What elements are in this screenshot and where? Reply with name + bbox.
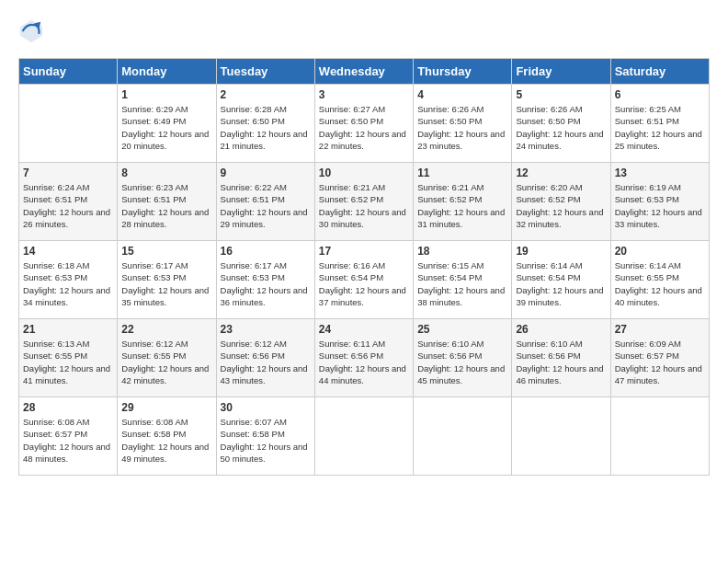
calendar-week-row: 1Sunrise: 6:29 AMSunset: 6:49 PMDaylight… — [19, 85, 710, 163]
calendar-cell: 16Sunrise: 6:17 AMSunset: 6:53 PMDayligh… — [216, 241, 314, 319]
day-number: 14 — [23, 245, 113, 258]
calendar-cell: 30Sunrise: 6:07 AMSunset: 6:58 PMDayligh… — [216, 397, 314, 476]
logo — [18, 18, 48, 44]
day-info: Sunrise: 6:08 AMSunset: 6:57 PMDaylight:… — [23, 416, 113, 465]
day-number: 18 — [417, 245, 507, 258]
calendar-week-row: 21Sunrise: 6:13 AMSunset: 6:55 PMDayligh… — [19, 319, 710, 397]
day-number: 3 — [319, 88, 409, 101]
calendar-cell: 7Sunrise: 6:24 AMSunset: 6:51 PMDaylight… — [19, 163, 118, 241]
calendar-week-row: 14Sunrise: 6:18 AMSunset: 6:53 PMDayligh… — [19, 241, 710, 319]
header-sunday: Sunday — [19, 59, 118, 85]
day-info: Sunrise: 6:24 AMSunset: 6:51 PMDaylight:… — [23, 181, 113, 230]
day-info: Sunrise: 6:21 AMSunset: 6:52 PMDaylight:… — [417, 181, 507, 230]
day-info: Sunrise: 6:25 AMSunset: 6:51 PMDaylight:… — [615, 103, 705, 152]
day-number: 17 — [319, 245, 409, 258]
day-info: Sunrise: 6:18 AMSunset: 6:53 PMDaylight:… — [23, 259, 113, 308]
calendar-cell: 26Sunrise: 6:10 AMSunset: 6:56 PMDayligh… — [512, 319, 610, 397]
day-info: Sunrise: 6:12 AMSunset: 6:56 PMDaylight:… — [221, 338, 311, 386]
header-thursday: Thursday — [414, 59, 512, 85]
day-number: 9 — [221, 167, 311, 179]
calendar-cell: 23Sunrise: 6:12 AMSunset: 6:56 PMDayligh… — [216, 319, 314, 397]
day-info: Sunrise: 6:21 AMSunset: 6:52 PMDaylight:… — [319, 181, 409, 230]
calendar-cell — [414, 397, 512, 476]
calendar-cell: 20Sunrise: 6:14 AMSunset: 6:55 PMDayligh… — [610, 241, 709, 319]
day-number: 22 — [121, 323, 211, 336]
day-number: 30 — [221, 401, 311, 414]
calendar-cell: 10Sunrise: 6:21 AMSunset: 6:52 PMDayligh… — [314, 163, 413, 241]
day-number: 13 — [615, 167, 705, 179]
day-info: Sunrise: 6:29 AMSunset: 6:49 PMDaylight:… — [121, 103, 211, 152]
header-tuesday: Tuesday — [216, 59, 314, 85]
calendar-week-row: 28Sunrise: 6:08 AMSunset: 6:57 PMDayligh… — [19, 397, 710, 476]
day-number: 6 — [615, 88, 705, 101]
day-info: Sunrise: 6:09 AMSunset: 6:57 PMDaylight:… — [615, 338, 705, 386]
calendar-cell: 11Sunrise: 6:21 AMSunset: 6:52 PMDayligh… — [414, 163, 512, 241]
day-info: Sunrise: 6:10 AMSunset: 6:56 PMDaylight:… — [417, 338, 507, 386]
day-info: Sunrise: 6:28 AMSunset: 6:50 PMDaylight:… — [221, 103, 311, 152]
day-info: Sunrise: 6:07 AMSunset: 6:58 PMDaylight:… — [221, 416, 311, 465]
calendar-cell — [610, 397, 709, 476]
calendar-cell: 25Sunrise: 6:10 AMSunset: 6:56 PMDayligh… — [414, 319, 512, 397]
calendar-cell: 6Sunrise: 6:25 AMSunset: 6:51 PMDaylight… — [610, 85, 709, 163]
day-info: Sunrise: 6:13 AMSunset: 6:55 PMDaylight:… — [23, 338, 113, 386]
day-info: Sunrise: 6:15 AMSunset: 6:54 PMDaylight:… — [417, 259, 507, 308]
calendar-week-row: 7Sunrise: 6:24 AMSunset: 6:51 PMDaylight… — [19, 163, 710, 241]
calendar-cell: 18Sunrise: 6:15 AMSunset: 6:54 PMDayligh… — [414, 241, 512, 319]
day-number: 15 — [121, 245, 211, 258]
day-info: Sunrise: 6:14 AMSunset: 6:55 PMDaylight:… — [615, 259, 705, 308]
calendar-cell — [314, 397, 413, 476]
day-number: 24 — [319, 323, 409, 336]
header-saturday: Saturday — [610, 59, 709, 85]
day-info: Sunrise: 6:27 AMSunset: 6:50 PMDaylight:… — [319, 103, 409, 152]
day-info: Sunrise: 6:19 AMSunset: 6:53 PMDaylight:… — [615, 181, 705, 230]
calendar-cell: 12Sunrise: 6:20 AMSunset: 6:52 PMDayligh… — [512, 163, 610, 241]
page-header — [18, 18, 710, 44]
calendar-header-row: SundayMondayTuesdayWednesdayThursdayFrid… — [19, 59, 710, 85]
calendar-cell: 3Sunrise: 6:27 AMSunset: 6:50 PMDaylight… — [314, 85, 413, 163]
day-number: 16 — [221, 245, 311, 258]
logo-icon — [18, 18, 44, 44]
day-number: 26 — [516, 323, 606, 336]
header-wednesday: Wednesday — [314, 59, 413, 85]
day-number: 2 — [221, 88, 311, 101]
day-info: Sunrise: 6:08 AMSunset: 6:58 PMDaylight:… — [121, 416, 211, 465]
day-number: 8 — [121, 167, 211, 179]
calendar-cell: 21Sunrise: 6:13 AMSunset: 6:55 PMDayligh… — [19, 319, 118, 397]
calendar-cell: 15Sunrise: 6:17 AMSunset: 6:53 PMDayligh… — [118, 241, 216, 319]
calendar-cell: 24Sunrise: 6:11 AMSunset: 6:56 PMDayligh… — [314, 319, 413, 397]
calendar-table: SundayMondayTuesdayWednesdayThursdayFrid… — [18, 58, 710, 476]
day-number: 20 — [615, 245, 705, 258]
calendar-cell: 29Sunrise: 6:08 AMSunset: 6:58 PMDayligh… — [118, 397, 216, 476]
calendar-cell: 19Sunrise: 6:14 AMSunset: 6:54 PMDayligh… — [512, 241, 610, 319]
calendar-cell: 2Sunrise: 6:28 AMSunset: 6:50 PMDaylight… — [216, 85, 314, 163]
day-number: 23 — [221, 323, 311, 336]
day-info: Sunrise: 6:14 AMSunset: 6:54 PMDaylight:… — [516, 259, 606, 308]
calendar-cell: 13Sunrise: 6:19 AMSunset: 6:53 PMDayligh… — [610, 163, 709, 241]
day-number: 28 — [23, 401, 113, 414]
day-info: Sunrise: 6:17 AMSunset: 6:53 PMDaylight:… — [121, 259, 211, 308]
day-number: 7 — [23, 167, 113, 179]
day-info: Sunrise: 6:20 AMSunset: 6:52 PMDaylight:… — [516, 181, 606, 230]
day-number: 12 — [516, 167, 606, 179]
calendar-cell: 4Sunrise: 6:26 AMSunset: 6:50 PMDaylight… — [414, 85, 512, 163]
calendar-cell: 5Sunrise: 6:26 AMSunset: 6:50 PMDaylight… — [512, 85, 610, 163]
day-info: Sunrise: 6:10 AMSunset: 6:56 PMDaylight:… — [516, 338, 606, 386]
day-number: 4 — [417, 88, 507, 101]
calendar-cell — [512, 397, 610, 476]
day-number: 11 — [417, 167, 507, 179]
day-info: Sunrise: 6:12 AMSunset: 6:55 PMDaylight:… — [121, 338, 211, 386]
calendar-cell: 28Sunrise: 6:08 AMSunset: 6:57 PMDayligh… — [19, 397, 118, 476]
calendar-cell: 8Sunrise: 6:23 AMSunset: 6:51 PMDaylight… — [118, 163, 216, 241]
day-info: Sunrise: 6:26 AMSunset: 6:50 PMDaylight:… — [417, 103, 507, 152]
day-number: 29 — [121, 401, 211, 414]
day-info: Sunrise: 6:16 AMSunset: 6:54 PMDaylight:… — [319, 259, 409, 308]
calendar-cell: 17Sunrise: 6:16 AMSunset: 6:54 PMDayligh… — [314, 241, 413, 319]
day-info: Sunrise: 6:17 AMSunset: 6:53 PMDaylight:… — [221, 259, 311, 308]
day-number: 1 — [121, 88, 211, 101]
header-monday: Monday — [118, 59, 216, 85]
calendar-cell: 27Sunrise: 6:09 AMSunset: 6:57 PMDayligh… — [610, 319, 709, 397]
day-number: 21 — [23, 323, 113, 336]
day-number: 25 — [417, 323, 507, 336]
day-number: 10 — [319, 167, 409, 179]
day-info: Sunrise: 6:23 AMSunset: 6:51 PMDaylight:… — [121, 181, 211, 230]
